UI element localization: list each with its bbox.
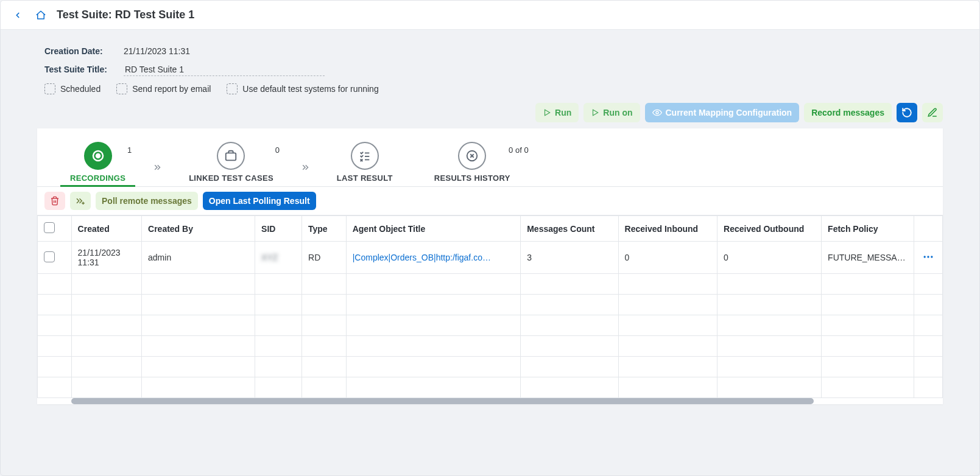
- refresh-button[interactable]: [897, 103, 917, 122]
- cell-inbound: 0: [618, 242, 717, 274]
- table-row: [38, 336, 943, 357]
- col-type[interactable]: Type: [302, 216, 347, 242]
- col-inbound[interactable]: Received Inbound: [618, 216, 717, 242]
- col-messages[interactable]: Messages Count: [521, 216, 618, 242]
- horizontal-scrollbar[interactable]: [37, 398, 943, 404]
- svg-point-4: [96, 154, 100, 158]
- tab-separator: [294, 162, 316, 186]
- cell-type: RD: [302, 242, 347, 274]
- cell-sid: XYZ: [255, 242, 302, 274]
- mapping-config-label: Current Mapping Configuration: [666, 108, 792, 117]
- svg-point-17: [927, 256, 929, 257]
- edit-button[interactable]: [922, 103, 943, 122]
- svg-point-18: [931, 256, 932, 257]
- col-fetch[interactable]: Fetch Policy: [822, 216, 914, 242]
- cell-created: 21/11/2023 11:31: [71, 242, 141, 274]
- run-button[interactable]: Run: [535, 103, 579, 122]
- pencil-icon: [927, 107, 938, 118]
- send-email-checkbox[interactable]: Send report by email: [116, 83, 211, 94]
- col-agent[interactable]: Agent Object Title: [346, 216, 521, 242]
- scheduled-label: Scheduled: [60, 84, 100, 94]
- cell-created-by: admin: [142, 242, 255, 274]
- col-created[interactable]: Created: [71, 216, 141, 242]
- col-created-by[interactable]: Created By: [142, 216, 255, 242]
- creation-date-label: Creation Date:: [44, 46, 124, 56]
- poll-remote-button[interactable]: Poll remote messages: [96, 192, 198, 210]
- checkbox-icon: [44, 83, 55, 94]
- play-icon: [543, 108, 551, 117]
- checklist-icon: [358, 149, 372, 163]
- svg-point-16: [923, 256, 925, 257]
- tab-linked-label: LINKED TEST CASES: [189, 173, 273, 183]
- trash-icon: [50, 196, 60, 206]
- run-label: Run: [555, 108, 571, 117]
- svg-marker-1: [593, 110, 598, 115]
- col-outbound[interactable]: Received Outbound: [717, 216, 822, 242]
- cell-agent-link[interactable]: |Complex|Orders_OB|http:/figaf.co…: [346, 242, 521, 274]
- table-row: [38, 274, 943, 295]
- run-on-button[interactable]: Run on: [583, 103, 640, 122]
- record-messages-label: Record messages: [811, 108, 884, 117]
- chevrons-plus-icon: [75, 195, 86, 206]
- tab-history-label: RESULTS HISTORY: [434, 173, 510, 183]
- open-last-polling-button[interactable]: Open Last Polling Result: [203, 192, 316, 210]
- svg-point-2: [656, 111, 658, 114]
- chevron-left-icon: [13, 11, 22, 19]
- close-circle-icon: [465, 149, 479, 163]
- table-row: [38, 315, 943, 336]
- select-all-checkbox[interactable]: [44, 222, 55, 233]
- open-last-polling-label: Open Last Polling Result: [209, 196, 310, 206]
- suite-title-label: Test Suite Title:: [44, 65, 124, 74]
- tab-recordings-label: RECORDINGS: [70, 173, 125, 183]
- chevrons-right-icon: [152, 162, 163, 173]
- cell-fetch: FUTURE_MESSAGE: [822, 242, 914, 274]
- cell-outbound: 0: [717, 242, 822, 274]
- tab-separator: [146, 162, 168, 186]
- recordings-table: Created Created By SID Type Agent Object…: [37, 215, 943, 398]
- suite-title-input[interactable]: [124, 63, 325, 76]
- default-systems-label: Use default test systems for running: [242, 84, 378, 94]
- table-row: [38, 295, 943, 315]
- tab-results-history[interactable]: 0 of 0 RESULTS HISTORY: [414, 142, 531, 186]
- record-messages-button[interactable]: Record messages: [804, 103, 892, 122]
- chevrons-right-icon: [300, 162, 311, 173]
- linked-count: 0: [275, 145, 280, 155]
- eye-icon: [652, 108, 662, 117]
- scheduled-checkbox[interactable]: Scheduled: [44, 83, 100, 94]
- checkbox-icon: [227, 83, 238, 94]
- briefcase-icon: [224, 149, 238, 163]
- delete-button[interactable]: [44, 192, 65, 210]
- cell-messages: 3: [521, 242, 618, 274]
- mapping-config-button[interactable]: Current Mapping Configuration: [645, 103, 800, 122]
- svg-marker-0: [545, 110, 550, 115]
- send-email-label: Send report by email: [132, 84, 211, 94]
- creation-date-value: 21/11/2023 11:31: [124, 46, 190, 56]
- tab-recordings[interactable]: 1 RECORDINGS: [49, 142, 146, 186]
- table-row: [38, 357, 943, 377]
- tab-last-result[interactable]: LAST RESULT: [316, 142, 414, 186]
- poll-remote-label: Poll remote messages: [102, 196, 192, 206]
- play-icon: [591, 108, 599, 117]
- home-icon: [35, 10, 46, 21]
- checkbox-icon: [116, 83, 127, 94]
- back-button[interactable]: [10, 8, 25, 23]
- table-row: [38, 377, 943, 398]
- history-count: 0 of 0: [509, 145, 529, 155]
- tab-linked-test-cases[interactable]: 0 LINKED TEST CASES: [168, 142, 294, 186]
- recordings-count: 1: [127, 145, 132, 155]
- record-icon: [91, 149, 105, 163]
- home-button[interactable]: [33, 8, 48, 23]
- tab-last-result-label: LAST RESULT: [337, 173, 393, 183]
- table-header-row: Created Created By SID Type Agent Object…: [38, 216, 943, 242]
- default-systems-checkbox[interactable]: Use default test systems for running: [227, 83, 378, 94]
- more-horizontal-icon: [922, 251, 934, 263]
- add-polling-button[interactable]: [70, 192, 91, 210]
- scrollbar-thumb[interactable]: [71, 398, 814, 404]
- table-row[interactable]: 21/11/2023 11:31 admin XYZ RD |Complex|O…: [38, 242, 943, 274]
- page-title: Test Suite: RD Test Suite 1: [57, 9, 194, 21]
- col-sid[interactable]: SID: [255, 216, 302, 242]
- row-actions-button[interactable]: [914, 242, 942, 274]
- run-on-label: Run on: [603, 108, 632, 117]
- row-checkbox[interactable]: [44, 251, 55, 262]
- svg-rect-5: [226, 153, 236, 160]
